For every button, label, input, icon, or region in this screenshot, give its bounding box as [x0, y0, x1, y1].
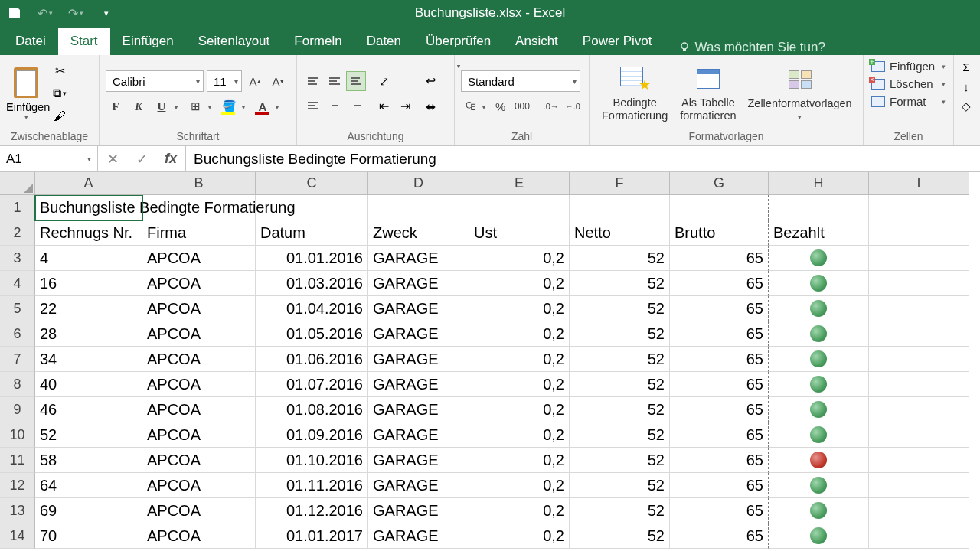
cell-A7[interactable]: 34	[35, 347, 142, 372]
cell-B14[interactable]: APCOA	[142, 523, 256, 549]
cell-F6[interactable]: 52	[570, 321, 670, 347]
cell-E6[interactable]: 0,2	[469, 321, 570, 347]
cell-G13[interactable]: 65	[670, 498, 769, 523]
cell-I12[interactable]	[869, 473, 969, 498]
cell-G8[interactable]: 65	[670, 372, 769, 397]
cell-F12[interactable]: 52	[570, 473, 670, 498]
cell-F10[interactable]: 52	[570, 422, 670, 448]
cell-H9[interactable]	[769, 397, 869, 422]
cell-B6[interactable]: APCOA	[142, 321, 256, 347]
cell-I3[interactable]	[869, 246, 969, 271]
cell-F7[interactable]: 52	[570, 347, 670, 372]
cell-I11[interactable]	[869, 448, 969, 473]
cell-B1[interactable]	[142, 195, 256, 220]
cell-E13[interactable]: 0,2	[469, 498, 570, 523]
cell-A3[interactable]: 4	[35, 246, 142, 271]
cell-A2[interactable]: Rechnugs Nr.	[35, 220, 142, 246]
format-painter-button[interactable]: 🖌	[51, 107, 69, 126]
column-header-G[interactable]: G	[670, 172, 769, 195]
row-header-12[interactable]: 12	[0, 473, 35, 498]
bold-button[interactable]: F	[106, 96, 126, 116]
cell-E14[interactable]: 0,2	[469, 523, 570, 549]
increase-decimal-button[interactable]: .0→	[542, 96, 560, 116]
wrap-text-button[interactable]: ↩	[420, 70, 441, 91]
clear-button[interactable]: ◇	[957, 98, 975, 115]
cell-styles-button[interactable]: Zellenformatvorlagen ▾	[743, 62, 858, 124]
cell-E5[interactable]: 0,2	[469, 296, 570, 321]
cell-A14[interactable]: 70	[35, 523, 142, 549]
align-middle-button[interactable]	[325, 71, 345, 91]
cell-I5[interactable]	[869, 296, 969, 321]
cell-I4[interactable]	[869, 271, 969, 296]
percent-button[interactable]: %	[492, 96, 510, 116]
column-header-D[interactable]: D	[368, 172, 469, 195]
cell-C10[interactable]: 01.09.2016	[256, 422, 368, 448]
format-as-table-button[interactable]: Als Tabelle formatieren	[674, 61, 742, 125]
cell-E10[interactable]: 0,2	[469, 422, 570, 448]
insert-cells-button[interactable]: +Einfügen▾	[868, 58, 949, 74]
cell-G9[interactable]: 65	[670, 397, 769, 422]
cell-C14[interactable]: 01.01.2017	[256, 523, 368, 549]
customize-qat-icon[interactable]: ▾	[98, 5, 115, 21]
autosum-button[interactable]: Σ	[957, 58, 975, 75]
undo-icon[interactable]: ↶▾	[37, 5, 54, 21]
cell-F11[interactable]: 52	[570, 448, 670, 473]
cell-C2[interactable]: Datum	[256, 220, 368, 246]
cell-H14[interactable]	[769, 523, 869, 549]
cell-G12[interactable]: 65	[670, 473, 769, 498]
row-header-7[interactable]: 7	[0, 347, 35, 372]
redo-icon[interactable]: ↷▾	[67, 5, 84, 21]
cell-D7[interactable]: GARAGE	[368, 347, 469, 372]
cell-B3[interactable]: APCOA	[142, 246, 256, 271]
cell-A13[interactable]: 69	[35, 498, 142, 523]
font-name-combo[interactable]: Calibri▾	[106, 70, 204, 92]
grow-font-button[interactable]: A▴	[245, 71, 265, 91]
row-header-13[interactable]: 13	[0, 498, 35, 523]
cell-B4[interactable]: APCOA	[142, 271, 256, 296]
borders-button[interactable]: ⊞	[185, 96, 205, 116]
cell-F13[interactable]: 52	[570, 498, 670, 523]
copy-button[interactable]: ⧉▾	[51, 84, 69, 103]
cell-B2[interactable]: Firma	[142, 220, 256, 246]
cell-H7[interactable]	[769, 347, 869, 372]
delete-cells-button[interactable]: ×Löschen▾	[868, 76, 949, 92]
cell-G3[interactable]: 65	[670, 246, 769, 271]
fill-button[interactable]: ↓	[957, 78, 975, 95]
cell-E8[interactable]: 0,2	[469, 372, 570, 397]
cell-A12[interactable]: 64	[35, 473, 142, 498]
cell-D1[interactable]	[368, 195, 469, 220]
orientation-button[interactable]: ⤢	[374, 71, 394, 91]
cell-I13[interactable]	[869, 498, 969, 523]
comma-style-button[interactable]: 000	[513, 96, 531, 116]
cell-H2[interactable]: Bezahlt	[769, 220, 869, 246]
cell-D13[interactable]: GARAGE	[368, 498, 469, 523]
cell-G5[interactable]: 65	[670, 296, 769, 321]
paste-button[interactable]: Einfügen ▾	[6, 66, 46, 121]
row-header-3[interactable]: 3	[0, 246, 35, 271]
cell-A1[interactable]: Buchungsliste Bedingte Formatierung	[35, 195, 142, 220]
cell-E12[interactable]: 0,2	[469, 473, 570, 498]
column-header-F[interactable]: F	[570, 172, 670, 195]
column-header-E[interactable]: E	[469, 172, 570, 195]
tell-me-search[interactable]: Was möchten Sie tun?	[678, 40, 825, 55]
cell-D3[interactable]: GARAGE	[368, 246, 469, 271]
cell-B12[interactable]: APCOA	[142, 473, 256, 498]
cell-C8[interactable]: 01.07.2016	[256, 372, 368, 397]
cell-G11[interactable]: 65	[670, 448, 769, 473]
cell-I6[interactable]	[869, 321, 969, 347]
row-header-6[interactable]: 6	[0, 321, 35, 347]
shrink-font-button[interactable]: A▾	[268, 71, 288, 91]
align-bottom-button[interactable]	[346, 71, 366, 91]
cell-D9[interactable]: GARAGE	[368, 397, 469, 422]
cell-H12[interactable]	[769, 473, 869, 498]
cell-I10[interactable]	[869, 422, 969, 448]
cell-E3[interactable]: 0,2	[469, 246, 570, 271]
cell-E9[interactable]: 0,2	[469, 397, 570, 422]
increase-indent-button[interactable]: ⇥	[395, 96, 415, 116]
cell-I9[interactable]	[869, 397, 969, 422]
cell-G10[interactable]: 65	[670, 422, 769, 448]
cell-A5[interactable]: 22	[35, 296, 142, 321]
cell-F8[interactable]: 52	[570, 372, 670, 397]
cell-D11[interactable]: GARAGE	[368, 448, 469, 473]
row-header-2[interactable]: 2	[0, 220, 35, 246]
